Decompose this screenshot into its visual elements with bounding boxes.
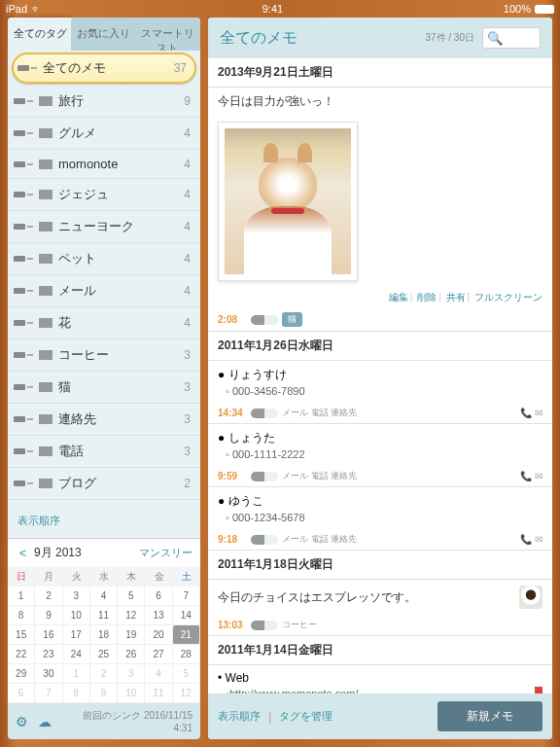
memo-contact-name: • Web — [208, 665, 552, 687]
memo-phone: ◦ 000-1111-2222 — [208, 448, 552, 466]
cal-day[interactable]: 24 — [63, 645, 90, 664]
footer-sort-link[interactable]: 表示順序 — [218, 709, 261, 724]
meta-slider[interactable] — [251, 315, 278, 325]
tab-all-tags[interactable]: 全てのタグ — [8, 18, 73, 51]
cal-day[interactable]: 1 — [8, 587, 35, 606]
sort-order-link[interactable]: 表示順序 — [8, 504, 200, 538]
tab-favorites[interactable]: お気に入り — [71, 18, 136, 51]
memo-meta-row[interactable]: 2:08 猫 — [208, 308, 552, 332]
cal-day[interactable]: 29 — [8, 664, 35, 684]
cal-day[interactable]: 22 — [8, 645, 35, 664]
cal-day[interactable]: 3 — [63, 587, 90, 606]
cal-day[interactable]: 9 — [90, 684, 118, 703]
memo-meta-row[interactable]: 13:03 コーヒー — [208, 615, 552, 636]
cal-day[interactable]: 4 — [90, 587, 118, 606]
tag-item[interactable]: ブログ2 — [8, 468, 200, 500]
memo-list[interactable]: 2013年9月21日土曜日 今日は目力が強いっ！ 編集| 削除| 共有| フルス… — [208, 58, 552, 694]
new-memo-button[interactable]: 新規メモ — [438, 701, 542, 731]
cal-day[interactable]: 15 — [8, 625, 35, 645]
cal-day[interactable]: 10 — [118, 684, 145, 703]
cal-day[interactable]: 17 — [63, 625, 90, 645]
cal-day[interactable]: 8 — [63, 684, 90, 703]
cal-day[interactable]: 2 — [35, 587, 62, 606]
tag-count: 37 — [174, 61, 187, 75]
search-input[interactable] — [482, 27, 541, 49]
meta-slider[interactable] — [251, 472, 278, 481]
tag-color — [39, 382, 52, 392]
cal-prev[interactable]: < — [16, 547, 30, 560]
cloud-icon[interactable]: ☁ — [38, 714, 52, 729]
tag-item[interactable]: グルメ4 — [8, 118, 200, 150]
tag-item[interactable]: ペット4 — [8, 243, 200, 275]
cal-day[interactable]: 27 — [145, 645, 172, 664]
tag-item[interactable]: 連絡先3 — [8, 404, 200, 436]
cal-day[interactable]: 7 — [35, 684, 62, 703]
cal-day[interactable]: 21 — [173, 625, 200, 645]
fullscreen-link[interactable]: フルスクリーン — [474, 292, 542, 302]
share-link[interactable]: 共有 — [446, 292, 466, 302]
cal-day[interactable]: 25 — [90, 645, 118, 664]
cal-day[interactable]: 9 — [35, 606, 62, 625]
memo-meta-row[interactable]: 9:59 メール 電話 連絡先 📞 ✉ — [208, 466, 552, 487]
cal-day[interactable]: 19 — [118, 625, 145, 645]
cal-day[interactable]: 4 — [145, 664, 172, 684]
tag-color — [39, 222, 52, 231]
gear-icon[interactable]: ⚙ — [16, 714, 28, 729]
tag-item[interactable]: 猫3 — [8, 372, 200, 404]
cal-day[interactable]: 2 — [90, 664, 118, 684]
meta-slider[interactable] — [251, 535, 278, 545]
memo-header: 全てのメモ 37件 / 30日 — [208, 18, 552, 58]
cal-day[interactable]: 30 — [35, 664, 62, 684]
cal-day[interactable]: 20 — [145, 625, 172, 645]
tag-icon — [14, 318, 33, 328]
tag-item[interactable]: momonote4 — [8, 150, 200, 179]
tag-item[interactable]: コーヒー3 — [8, 339, 200, 372]
cal-day[interactable]: 12 — [118, 606, 145, 625]
cal-day[interactable]: 28 — [173, 645, 200, 664]
memo-image[interactable] — [218, 122, 358, 281]
meta-slider[interactable] — [251, 621, 278, 630]
tag-icon — [14, 128, 33, 138]
tag-item[interactable]: 花4 — [8, 307, 200, 339]
battery-icon — [535, 5, 554, 14]
cal-day[interactable]: 11 — [145, 684, 172, 703]
tag-item[interactable]: ジェジュ4 — [8, 179, 200, 211]
cal-day[interactable]: 10 — [63, 606, 90, 625]
tag-color — [39, 414, 52, 424]
cal-day[interactable]: 7 — [173, 587, 200, 606]
cal-day[interactable]: 18 — [90, 625, 118, 645]
cal-day[interactable]: 11 — [90, 606, 118, 625]
tag-list: 全てのメモ 37 旅行9 グルメ4 momonote4 ジェジュ4 ニューヨーク… — [8, 51, 200, 504]
cal-day[interactable]: 1 — [63, 664, 90, 684]
cal-day[interactable]: 8 — [8, 606, 35, 625]
cal-day[interactable]: 14 — [173, 606, 200, 625]
memo-date-header: 2011年1月18日火曜日 — [208, 551, 552, 580]
phone-mail-icons: 📞 ✉ — [520, 471, 542, 481]
cal-day[interactable]: 3 — [118, 664, 145, 684]
cal-day[interactable]: 26 — [118, 645, 145, 664]
cal-view-type[interactable]: マンスリー — [139, 546, 192, 560]
cal-day[interactable]: 5 — [118, 587, 145, 606]
tag-item[interactable]: 旅行9 — [8, 86, 200, 118]
tag-item[interactable]: 電話3 — [8, 436, 200, 468]
tag-item[interactable]: ニューヨーク4 — [8, 211, 200, 243]
tab-smartlist[interactable]: スマートリスト — [135, 18, 200, 51]
cal-day[interactable]: 6 — [145, 587, 172, 606]
meta-slider[interactable] — [251, 409, 278, 418]
cal-day[interactable]: 23 — [35, 645, 62, 664]
tag-icon — [14, 350, 33, 360]
cal-day[interactable]: 16 — [35, 625, 62, 645]
edit-link[interactable]: 編集 — [389, 292, 408, 302]
sidebar-tabs: 全てのタグ お気に入り スマートリスト — [8, 18, 200, 51]
cal-day[interactable]: 12 — [173, 684, 200, 703]
footer-manage-tags-link[interactable]: タグを管理 — [279, 709, 332, 724]
delete-link[interactable]: 削除 — [417, 292, 437, 302]
memo-meta-row[interactable]: 9:18 メール 電話 連絡先 📞 ✉ — [208, 529, 552, 551]
tag-item[interactable]: メール4 — [8, 275, 200, 307]
cal-day[interactable]: 6 — [8, 684, 35, 703]
cal-day[interactable]: 13 — [145, 606, 172, 625]
tag-item-all-memos[interactable]: 全てのメモ 37 — [12, 53, 196, 84]
memo-link: ◦ http://www.momonote.com/ — [208, 687, 552, 694]
memo-meta-row[interactable]: 14:34 メール 電話 連絡先 📞 ✉ — [208, 403, 552, 424]
cal-day[interactable]: 5 — [173, 664, 200, 684]
